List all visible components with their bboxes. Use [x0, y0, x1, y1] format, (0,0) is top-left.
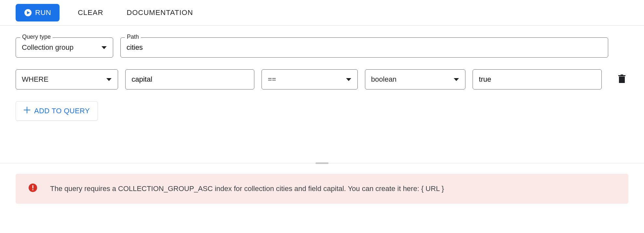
query-meta-row: Query type Collection group Path — [16, 37, 628, 58]
svg-rect-6 — [33, 189, 34, 190]
path-field: Path — [120, 37, 608, 58]
query-type-value: Collection group — [22, 43, 74, 52]
plus-icon — [24, 107, 30, 115]
error-message: The query requires a COLLECTION_GROUP_AS… — [50, 185, 444, 193]
clause-field-input-wrapper[interactable] — [125, 69, 254, 89]
chevron-down-icon — [106, 75, 112, 84]
clause-type-select[interactable]: boolean — [365, 69, 466, 89]
clear-button[interactable]: CLEAR — [73, 5, 108, 20]
toolbar: RUN CLEAR DOCUMENTATION — [0, 0, 644, 26]
trash-icon — [618, 80, 626, 85]
clause-row: WHERE == boolean — [16, 69, 628, 89]
svg-rect-5 — [33, 185, 34, 188]
clause-op-select[interactable]: == — [262, 69, 358, 89]
path-input-wrapper[interactable] — [120, 37, 608, 58]
error-banner: The query requires a COLLECTION_GROUP_AS… — [16, 174, 628, 204]
svg-rect-1 — [619, 76, 625, 83]
drag-handle[interactable] — [315, 162, 329, 164]
clause-value-input-wrapper[interactable] — [473, 69, 602, 89]
chevron-down-icon — [453, 75, 459, 84]
clause-kind-select[interactable]: WHERE — [16, 69, 118, 89]
run-button[interactable]: RUN — [16, 4, 60, 21]
svg-rect-3 — [621, 75, 623, 75]
clause-field-input[interactable] — [131, 75, 248, 84]
chevron-down-icon — [346, 75, 352, 84]
path-input[interactable] — [127, 43, 602, 52]
delete-clause-button[interactable] — [615, 72, 628, 87]
clause-value-input[interactable] — [479, 75, 596, 84]
chevron-down-icon — [101, 43, 107, 52]
results-divider — [0, 163, 644, 163]
query-builder: Query type Collection group Path WHERE — [0, 26, 644, 140]
clause-op-value: == — [268, 75, 276, 84]
query-type-label: Query type — [20, 34, 53, 40]
play-icon — [24, 9, 32, 17]
clause-kind-value: WHERE — [22, 75, 48, 84]
add-to-query-button[interactable]: ADD TO QUERY — [16, 101, 98, 121]
query-type-field: Query type Collection group — [16, 37, 113, 58]
clause-type-value: boolean — [371, 75, 396, 84]
add-to-query-label: ADD TO QUERY — [34, 107, 90, 115]
documentation-button[interactable]: DOCUMENTATION — [122, 5, 198, 20]
run-label: RUN — [35, 8, 51, 17]
path-label: Path — [125, 34, 141, 40]
error-icon — [29, 184, 37, 194]
query-type-select[interactable]: Collection group — [16, 37, 113, 58]
